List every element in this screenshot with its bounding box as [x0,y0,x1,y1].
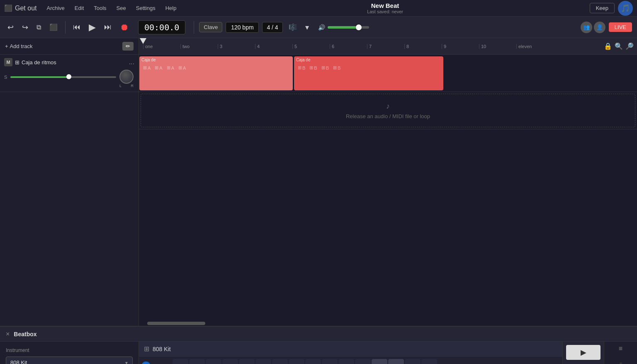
segment-pattern-b4: ⊞B [331,64,343,71]
menu-archive[interactable]: Archive [42,3,68,13]
zoom-in-button[interactable]: 🔍 [615,42,623,50]
ruler-mark-7: 7 [367,44,404,49]
add-track-button[interactable]: + Add track [5,43,33,49]
split-button[interactable]: ⬛ [47,22,60,33]
key-button[interactable]: 🎼 [286,22,299,33]
cell-6-12[interactable] [355,359,371,364]
segment-b[interactable]: Caja de ⊞B ⊞B ⊞B ⊞B [294,56,443,90]
menu-lines-icon: ≡ [619,345,622,352]
beatbox-left-panel: Instrument 808 Kit [0,342,139,364]
users-button[interactable]: 👥 [581,22,592,33]
time-display: 00:00.0 [138,20,185,34]
ruler-mark-5: 5 [292,44,330,49]
mute-button[interactable]: M [4,58,12,66]
segment-pattern-a4: ⊞A [176,64,188,71]
drop-zone: ♪ Release an audio / MIDI file or loop [141,94,635,127]
menu-tools[interactable]: Tools [90,3,110,13]
ruler-mark-9: 9 [442,44,479,49]
lock-button[interactable]: 🔒 [604,42,612,50]
live-button[interactable]: LIVE [609,22,632,32]
cell-6-7[interactable] [272,359,288,364]
add-track-bar: + Add track ✏ [0,38,139,55]
cell-6-11[interactable] [338,359,354,364]
zoom-fit-button[interactable]: 🔎 [625,42,634,50]
drum-icon: ⊞ [15,59,19,66]
profile-button[interactable]: 👤 [594,22,605,33]
undo-button[interactable]: ↩ [5,21,16,34]
segment-pattern-a3: ⊞A [165,64,176,71]
cell-6-16[interactable] [421,359,437,364]
get-out-btn[interactable]: ⬛ Get out [4,4,36,12]
playhead-triangle[interactable] [140,38,146,44]
bpm-display[interactable]: 120 bpm [226,22,259,33]
divider-2 [194,21,194,34]
menu-edit[interactable]: Edit [71,3,88,13]
instrument-select[interactable]: 808 Kit [6,357,133,364]
cell-6-13[interactable] [372,359,387,364]
segment-a[interactable]: Caja de ⊞A ⊞A ⊞A ⊞A [139,56,293,90]
track-volume-slider[interactable] [10,76,116,78]
patterns-play-button[interactable]: ▶ [566,345,601,360]
cell-6-2[interactable] [189,359,205,364]
menu-see[interactable]: See [112,3,130,13]
beat-grid: 🔵 6 ▾ [139,357,562,364]
ruler-mark-2: two [180,44,218,49]
skip-forward-button[interactable]: ⏭ [102,21,114,33]
redo-button[interactable]: ↪ [19,21,31,34]
cell-6-1[interactable] [173,359,188,364]
copy-button[interactable]: ⧉ [34,22,44,33]
add-track-label: Add track [10,43,33,49]
ruler-mark-6: 6 [330,44,367,49]
cell-6-5[interactable] [239,359,255,364]
app-subtitle: Last saved: never [182,9,588,14]
scrollbar-thumb[interactable] [147,322,205,325]
scrollbar-track [139,321,637,326]
beat-cells-6 [172,358,562,364]
ruler-marks: one two 3 4 5 6 7 8 9 10 eleven [143,44,604,49]
volume-container: 🔊 [318,24,369,31]
ruler-mark-8: 8 [404,44,442,49]
r-label: R [131,84,134,88]
cell-6-15[interactable] [405,359,421,364]
play-button[interactable]: ▶ [86,20,98,34]
track-segments-row-1: Caja de ⊞A ⊞A ⊞A ⊞A Caja de ⊞B ⊞B ⊞B [139,55,637,92]
pencil-button[interactable]: ✏ [122,42,134,51]
plus-icon: + [5,43,8,49]
kit-header: ⊞ 808 Kit [139,342,562,357]
cell-6-4[interactable] [222,359,238,364]
avatar[interactable]: 🎵 [618,1,633,16]
app-title: New Beat [182,2,588,9]
beat-row-6: 🔵 6 ▾ [139,358,562,364]
pan-knob[interactable] [119,70,134,84]
cell-6-9[interactable] [305,359,321,364]
skip-back-button[interactable]: ⏮ [71,21,83,33]
chevron-down-button[interactable]: ▾ [303,21,311,34]
ruler-mark-1: one [143,44,180,49]
cell-6-14[interactable] [388,359,404,364]
beatbox-body: Instrument 808 Kit ⊞ 808 Kit 🔵 [0,342,637,364]
ruler-mark-4: 4 [255,44,292,49]
menu-settings[interactable]: Settings [132,3,160,13]
timeline-ruler-right: 🔒 🔍 🔎 [604,42,637,50]
cell-6-8[interactable] [289,359,304,364]
keep-button[interactable]: Keep [590,3,615,13]
cell-6-6[interactable] [255,359,271,364]
pan-knob-container: L R [119,70,134,85]
beatbox-close-button[interactable]: × [6,330,10,338]
menu-help[interactable]: Help [161,3,181,13]
track-options-button[interactable]: ... [129,58,134,66]
get-out-label: Get out [15,5,36,12]
vert-volume-slider[interactable] [620,362,622,364]
segment-a-label: Caja de [139,56,293,63]
segment-pattern-b2: ⊞B [307,64,319,71]
cell-6-3[interactable] [206,359,221,364]
cell-6-10[interactable] [322,359,338,364]
track-name: ⊞ Caja de ritmos [15,59,56,66]
clave-button[interactable]: Clave [199,22,222,32]
drop-text: Release an audio / MIDI file or loop [346,113,430,119]
track-volume-thumb [66,74,71,79]
volume-slider[interactable] [328,26,369,29]
transport-bar: ↩ ↪ ⧉ ⬛ ⏮ ▶ ⏭ ⏺ 00:00.0 Clave 120 bpm 4 … [0,17,637,38]
time-sig-display[interactable]: 4 / 4 [262,22,282,33]
record-button[interactable]: ⏺ [117,20,131,34]
